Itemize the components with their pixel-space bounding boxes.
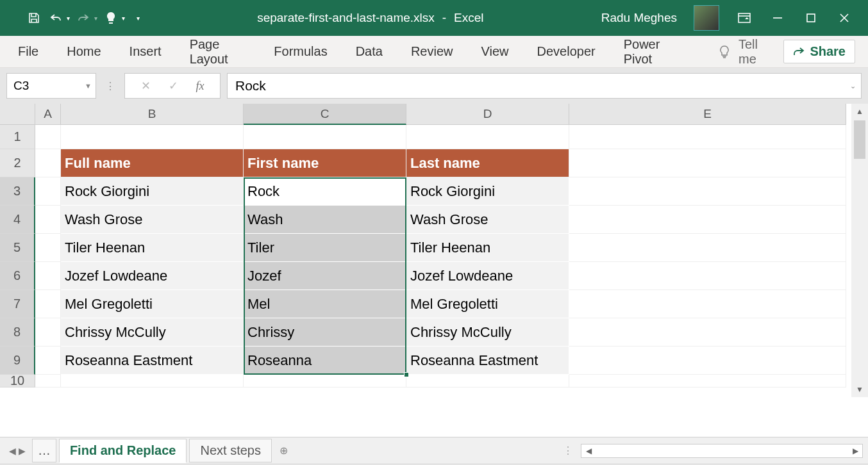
formula-bar-expand-icon[interactable]: ⌄ [850,82,856,90]
name-box[interactable]: C3 ▼ [6,73,96,99]
vscroll-thumb[interactable] [854,120,865,159]
horizontal-scrollbar[interactable]: ◀ ▶ [581,444,863,458]
scroll-right-icon[interactable]: ▶ [848,446,862,455]
col-header-C[interactable]: C [244,104,406,125]
sheet-tab-next-steps[interactable]: Next steps [189,439,271,462]
cell-B4[interactable]: Wash Grose [61,206,244,234]
cell-A4[interactable] [35,206,61,234]
cell-D5[interactable]: Tiler Heenan [406,234,569,262]
cell-A2[interactable] [35,149,61,177]
save-icon[interactable] [26,10,42,26]
cell-D10[interactable] [406,375,569,388]
cell-D9[interactable]: Roseanna Eastment [406,347,569,375]
ribbon-display-options-icon[interactable] [736,10,753,26]
user-name[interactable]: Radu Meghes [601,11,677,25]
tab-developer[interactable]: Developer [532,40,601,63]
cell-A8[interactable] [35,318,61,347]
formula-bar[interactable]: Rock ⌄ [227,73,862,99]
enter-icon[interactable]: ✓ [169,79,178,93]
ideas-icon[interactable] [103,10,119,26]
cell-C8[interactable]: Chrissy [244,318,406,347]
col-header-B[interactable]: B [61,104,244,125]
scroll-up-icon[interactable]: ▲ [851,104,868,119]
cell-E1[interactable] [569,125,846,149]
cell-E10[interactable] [569,375,846,388]
fx-icon[interactable]: fx [196,79,204,93]
cell-A6[interactable] [35,262,61,290]
tab-insert[interactable]: Insert [124,40,167,63]
tab-power-pivot[interactable]: Power Pivot [619,33,682,70]
cell-A5[interactable] [35,234,61,262]
cell-B8[interactable]: Chrissy McCully [61,318,244,347]
redo-dropdown-icon[interactable]: ▾ [94,15,97,22]
sheet-tab-find-and-replace[interactable]: Find and Replace [59,439,187,463]
cell-C2[interactable]: First name [244,149,406,177]
row-header-1[interactable]: 1 [0,125,35,149]
sheet-nav[interactable]: ◀ ▶ [5,446,29,456]
maximize-icon[interactable] [803,10,819,26]
cell-D3[interactable]: Rock Giorgini [406,177,569,206]
cell-D4[interactable]: Wash Grose [406,206,569,234]
new-sheet-button[interactable]: ⊕ [274,441,294,461]
row-header-4[interactable]: 4 [0,206,35,234]
cell-D6[interactable]: Jozef Lowdeane [406,262,569,290]
tab-view[interactable]: View [476,40,514,63]
cell-C10[interactable] [244,375,406,388]
scroll-left-icon[interactable]: ◀ [581,446,596,455]
cell-C5[interactable]: Tiler [244,234,406,262]
cell-D7[interactable]: Mel Gregoletti [406,290,569,318]
cell-B6[interactable]: Jozef Lowdeane [61,262,244,290]
cell-C3[interactable]: Rock [244,177,406,206]
cell-D2[interactable]: Last name [406,149,569,177]
tab-file[interactable]: File [13,40,44,63]
row-header-6[interactable]: 6 [0,262,35,290]
ideas-dropdown-icon[interactable]: ▾ [122,15,125,22]
cancel-icon[interactable]: ✕ [141,79,151,93]
cell-E3[interactable] [569,177,846,206]
row-header-10[interactable]: 10 [0,375,35,388]
cell-E7[interactable] [569,290,846,318]
tab-data[interactable]: Data [351,40,388,63]
cell-A10[interactable] [35,375,61,388]
cell-B2[interactable]: Full name [61,149,244,177]
redo-icon[interactable] [75,10,92,26]
select-all-corner[interactable] [0,104,35,125]
cell-A3[interactable] [35,177,61,206]
cell-C6[interactable]: Jozef [244,262,406,290]
cell-E6[interactable] [569,262,846,290]
cell-A7[interactable] [35,290,61,318]
cell-B1[interactable] [61,125,244,149]
cell-C4[interactable]: Wash [244,206,406,234]
cell-C9[interactable]: Roseanna [244,347,406,375]
share-button[interactable]: Share [783,40,855,63]
cell-B3[interactable]: Rock Giorgini [61,177,244,206]
cell-C1[interactable] [244,125,406,149]
cell-E4[interactable] [569,206,846,234]
cell-A1[interactable] [35,125,61,149]
minimize-icon[interactable] [769,10,786,26]
fill-handle[interactable] [404,372,409,377]
cell-E9[interactable] [569,347,846,375]
tab-review[interactable]: Review [406,40,458,63]
cell-A9[interactable] [35,347,61,375]
formula-bar-grip[interactable]: ⋮ [103,80,118,92]
vertical-scrollbar[interactable]: ▲ ▼ [851,104,868,397]
col-header-A[interactable]: A [35,104,61,125]
scroll-down-icon[interactable]: ▼ [851,382,868,397]
cell-B9[interactable]: Roseanna Eastment [61,347,244,375]
sheet-tab-overflow[interactable]: … [32,439,56,462]
col-header-D[interactable]: D [406,104,569,125]
tab-page-layout[interactable]: Page Layout [185,33,251,70]
tell-me[interactable]: Tell me [718,37,765,67]
undo-icon[interactable] [47,10,64,26]
row-header-5[interactable]: 5 [0,234,35,262]
cell-B7[interactable]: Mel Gregoletti [61,290,244,318]
tab-formulas[interactable]: Formulas [269,40,332,63]
col-header-E[interactable]: E [569,104,846,125]
row-header-2[interactable]: 2 [0,149,35,177]
cell-E2[interactable] [569,149,846,177]
cell-D8[interactable]: Chrissy McCully [406,318,569,347]
row-header-9[interactable]: 9 [0,347,35,375]
tab-home[interactable]: Home [62,40,106,63]
cell-C7[interactable]: Mel [244,290,406,318]
